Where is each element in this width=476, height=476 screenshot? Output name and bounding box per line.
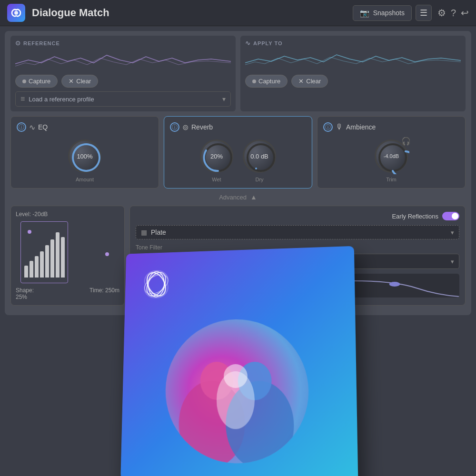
ref-apply-row: ⊙ REFERENCE Capture ✕ Cl [5,31,471,111]
reverb-icon: ⊚ [182,123,188,132]
early-reflections-row: Early Reflections [136,212,459,220]
hamburger-menu-button[interactable]: ☰ [416,5,432,21]
reverb-wet-knob[interactable]: 20% [200,139,233,173]
ambience-knobs: -4.0dB 🎧 Trim [323,139,459,182]
bar [40,251,44,278]
plate-icon: ▦ [141,228,147,236]
reverb-toggle[interactable]: ⓘ [170,122,179,132]
reverb-wet-value: 20% [210,153,223,160]
reference-capture-button[interactable]: Capture [15,75,58,88]
apply-to-capture-button[interactable]: Capture [245,75,288,88]
bar [24,266,28,278]
apply-to-waveform [245,50,461,71]
capture-dot-icon [22,79,26,83]
toggle-thumb [452,213,458,219]
undo-button[interactable]: ↩ [461,7,469,19]
reverb-wet-knob-wrap: 20% Wet [200,139,233,182]
reference-section: ⊙ REFERENCE Capture ✕ Cl [10,36,236,111]
reverb-dry-value: 0.0 dB [250,153,268,160]
app-logo [7,4,25,22]
svg-point-6 [389,282,400,287]
ambience-module-header: ⓘ 🎙 Ambience [323,122,459,132]
apply-to-icon: ∿ [245,40,251,47]
plate-label: Plate [151,228,447,236]
reverb-title: Reverb [191,123,213,131]
eq-title: EQ [38,123,48,131]
early-reflections-label: Early Reflections [392,213,438,220]
bar-chart-area [16,221,119,283]
camera-icon: 📷 [360,9,369,18]
header-right: ⚙ ? ↩ [437,7,469,19]
menu-icon: ☰ [420,8,427,18]
reverb-module: ⓘ ⊚ Reverb 20% Wet [164,116,312,188]
advanced-label: Advanced [219,194,247,201]
ambience-module: ⓘ 🎙 Ambience -4.0dB [317,116,466,188]
ambience-trim-label: Trim [386,177,397,182]
ambience-title: Ambience [346,123,376,131]
low-pass-dropdown-arrow-icon: ▾ [451,258,454,265]
reverb-dry-label: Dry [255,177,263,182]
eq-module-header: ⓘ ∿ EQ [17,122,153,132]
eq-knobs: 100% Amount [17,139,153,182]
plate-dropdown-arrow-icon: ▾ [451,229,454,236]
load-profile-dropdown[interactable]: ≡ Load a reference profile ▾ [15,91,231,107]
profile-menu-icon: ≡ [20,95,25,103]
eq-amount-label: Amount [76,177,94,182]
advanced-toggle-row[interactable]: Advanced ▲ [5,188,471,204]
profile-dropdown-arrow-icon: ▾ [222,95,226,103]
svg-point-1 [14,11,18,15]
bar [35,256,39,278]
reference-waveform [15,50,231,71]
eq-toggle[interactable]: ⓘ [17,122,26,132]
eq-amount-knob-wrap: 100% Amount [68,139,101,182]
modules-row: ⓘ ∿ EQ 100% Amount [5,111,471,188]
header: Dialogue Match 📷 Snapshots ☰ ⚙ ? ↩ [0,0,476,26]
album-logo-icon [138,266,174,303]
app-title: Dialogue Match [32,7,192,19]
reverb-module-header: ⓘ ⊚ Reverb [170,122,306,132]
album-card [120,246,358,476]
shape-label: Shape:25% [16,287,34,300]
reference-clear-button[interactable]: ✕ Clear [61,75,98,88]
eq-amount-value: 100% [77,153,92,160]
reverb-dry-knob[interactable]: 0.0 dB [243,139,276,173]
bar [45,245,49,278]
apply-clear-x-icon: ✕ [298,78,304,85]
reverb-knobs: 20% Wet 0.0 dB Dry [170,139,306,182]
apply-to-section: ∿ APPLY TO Capture ✕ Cle [240,36,466,111]
reverb-shape-panel: Level: -20dB Shape:25% Time: 250m [10,206,125,306]
level-label: Level: -20dB [16,211,119,218]
apply-capture-clear-row: Capture ✕ Clear [245,75,461,88]
early-reflections-toggle[interactable] [442,212,459,220]
reference-icon: ⊙ [15,40,21,47]
time-label: Time: 250m [89,287,119,300]
apply-to-clear-button[interactable]: ✕ Clear [291,75,328,88]
ref-capture-clear-row: Capture ✕ Clear [15,75,231,88]
help-button[interactable]: ? [451,8,456,19]
ambience-trim-value: -4.0dB [384,153,399,159]
eq-amount-knob[interactable]: 100% [68,139,101,173]
settings-button[interactable]: ⚙ [437,7,446,19]
reverb-wet-label: Wet [212,177,221,182]
ambience-icon: 🎙 [336,123,343,131]
ambience-trim-knob-wrap: -4.0dB 🎧 Trim [375,139,408,182]
album-art-overlay [119,248,357,476]
chart-dot-mid [105,252,109,256]
eq-icon: ∿ [29,123,35,132]
reverb-dry-knob-wrap: 0.0 dB Dry [243,139,276,182]
bar [30,261,33,278]
ambience-toggle[interactable]: ⓘ [323,122,333,132]
reference-label: ⊙ REFERENCE [15,40,231,47]
clear-x-icon: ✕ [69,78,74,85]
snapshots-button[interactable]: 📷 Snapshots [353,5,412,21]
shape-time-row: Shape:25% Time: 250m [16,287,119,300]
app-container: Dialogue Match 📷 Snapshots ☰ ⚙ ? ↩ ▼ ⊙ R… [0,0,476,476]
bar [61,237,65,278]
plate-dropdown[interactable]: ▦ Plate ▾ [136,225,459,239]
load-profile-text: Load a reference profile [29,96,218,103]
headphones-icon: 🎧 [401,137,411,146]
album-circle-art [164,318,309,466]
apply-to-label: ∿ APPLY TO [245,40,461,47]
snapshots-label: Snapshots [373,9,405,17]
apply-capture-dot-icon [252,79,256,83]
